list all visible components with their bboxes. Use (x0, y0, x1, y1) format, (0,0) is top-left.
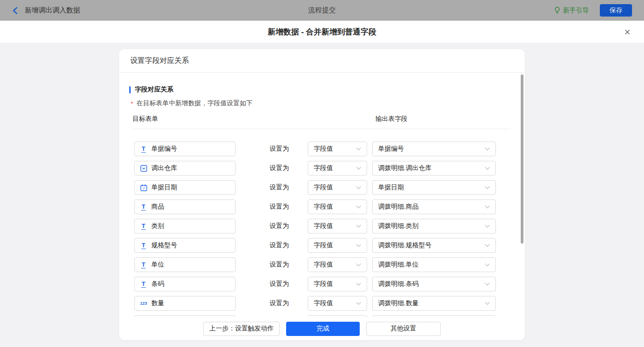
chevron-down-icon (485, 225, 490, 228)
source-field-input[interactable]: T 7 123 (134, 315, 236, 317)
field-type-icon: T 7 123 (139, 262, 148, 268)
close-icon[interactable]: ✕ (622, 27, 632, 38)
chevron-down-icon (485, 205, 490, 209)
page-title: 新增调出调入数据 (25, 6, 80, 15)
set-as-label: 设置为 (270, 203, 289, 211)
output-field-select[interactable]: 调拨明细.商品 (372, 199, 496, 214)
back-button[interactable] (12, 6, 18, 15)
chevron-down-icon (485, 148, 490, 151)
done-button[interactable]: 完成 (286, 322, 360, 336)
output-field-select[interactable]: 调拨明细.单位 (372, 257, 496, 272)
other-settings-button[interactable]: 其他设置 (366, 322, 441, 336)
output-field-select[interactable]: 单据编号 (372, 142, 496, 156)
date-field-icon: 7 (140, 184, 147, 191)
field-type-icon: T 7 123 (139, 204, 148, 210)
set-as-label: 设置为 (270, 280, 289, 288)
source-field-input[interactable]: T 7 123 类别 (134, 219, 236, 233)
method-select[interactable]: 字段值 (308, 199, 367, 214)
method-select-value: 字段值 (314, 299, 353, 307)
add-data-modal: 新增数据 - 合并新增到普通字段 ✕ 设置字段对应关系 字段对应关系 * 在目标… (0, 21, 644, 347)
field-mapping-row: T 7 123 调出仓库 设置为 字段值 调拨明细.调出仓库 (134, 161, 525, 176)
select-field-icon (140, 165, 147, 172)
chevron-down-icon (485, 167, 490, 170)
method-select[interactable]: 字段值 (308, 277, 367, 291)
output-select-value: 单据日期 (378, 183, 482, 192)
source-field-input[interactable]: T 7 123 调出仓库 (134, 161, 236, 176)
mapping-note-text: 在目标表单中新增数据，字段值设置如下 (137, 99, 253, 108)
chevron-down-icon (356, 148, 361, 151)
chevron-down-icon (356, 263, 361, 267)
chevron-down-icon (485, 283, 490, 286)
output-field-select[interactable]: 调拨明细.条码 (372, 277, 496, 291)
output-select-value: 调拨明细.单位 (378, 261, 482, 269)
set-as-label: 设置为 (270, 222, 289, 230)
field-type-icon: T 7 123 (139, 242, 148, 249)
method-select-value: 字段值 (314, 222, 353, 230)
chevron-down-icon (485, 302, 490, 305)
field-type-icon: T 7 123 (139, 301, 148, 306)
number-field-icon: 123 (140, 301, 147, 306)
method-select[interactable]: 字段值 (308, 296, 367, 311)
source-field-input[interactable]: T 7 123 单据编号 (134, 142, 236, 156)
field-mapping-row: T 7 123 单据编号 设置为 字段值 单据编号 (134, 142, 525, 156)
text-field-icon: T (141, 223, 146, 230)
output-field-select[interactable]: 单据日期 (372, 180, 496, 195)
method-select[interactable] (308, 315, 367, 317)
required-asterisk: * (131, 100, 133, 107)
output-field-select[interactable]: 调拨明细.类别 (372, 219, 496, 233)
beginner-guide-link[interactable]: 新手引导 (554, 6, 589, 15)
method-select[interactable]: 字段值 (308, 257, 367, 272)
source-field-input[interactable]: T 7 123 数量 (134, 296, 236, 311)
chevron-down-icon (485, 244, 490, 247)
field-type-icon: T 7 123 (139, 146, 148, 153)
method-select[interactable]: 字段值 (308, 180, 367, 195)
field-mapping-card: 设置字段对应关系 字段对应关系 * 在目标表单中新增数据，字段值设置如下 目标表… (119, 49, 525, 340)
center-title: 流程提交 (0, 6, 644, 15)
column-header-target-form: 目标表单 (132, 115, 158, 122)
source-field-input[interactable]: T 7 123 商品 (134, 199, 236, 214)
output-field-select[interactable] (372, 315, 496, 317)
method-select[interactable]: 字段值 (308, 142, 367, 156)
mapping-note: * 在目标表单中新增数据，字段值设置如下 (131, 99, 525, 108)
field-mapping-row: T 7 123 数量 设置为 字段值 调拨明细.数量 (134, 296, 525, 311)
field-type-icon: T 7 123 (139, 184, 148, 191)
method-select-value: 字段值 (314, 145, 353, 153)
source-field-label: 单据编号 (151, 145, 177, 153)
chevron-down-icon (485, 186, 490, 189)
source-field-input[interactable]: T 7 123 单位 (134, 257, 236, 272)
method-select-value: 字段值 (314, 241, 353, 250)
source-field-input[interactable]: T 7 123 单据日期 (134, 180, 236, 195)
source-field-input[interactable]: T 7 123 条码 (134, 277, 236, 291)
method-select[interactable]: 字段值 (308, 219, 367, 233)
output-field-select[interactable]: 调拨明细.调出仓库 (372, 161, 496, 176)
section-title-label: 字段对应关系 (135, 85, 173, 94)
vertical-scrollbar-thumb[interactable] (521, 74, 523, 244)
modal-header: 新增数据 - 合并新增到普通字段 ✕ (0, 21, 644, 43)
chevron-down-icon (356, 186, 361, 189)
output-field-select[interactable]: 调拨明细.数量 (372, 296, 496, 311)
field-mapping-row: T 7 123 规格型号 设置为 字段值 调拨明细.规格型号 (134, 238, 525, 253)
section-title: 字段对应关系 (129, 85, 525, 94)
mapping-scroll-area: 字段对应关系 * 在目标表单中新增数据，字段值设置如下 目标表单 输出表字段 T (119, 73, 525, 317)
source-field-label: 条码 (151, 280, 164, 288)
field-mapping-row: T 7 123 单据日期 设置为 字段值 单据日期 (134, 180, 525, 195)
method-select[interactable]: 字段值 (308, 238, 367, 253)
field-type-icon: T 7 123 (139, 165, 148, 172)
set-as-label: 设置为 (270, 299, 289, 307)
column-headers: 目标表单 输出表字段 (132, 115, 510, 129)
source-field-label: 调出仓库 (151, 164, 177, 172)
method-select-value: 字段值 (314, 183, 353, 192)
output-field-select[interactable]: 调拨明细.规格型号 (372, 238, 496, 253)
chevron-down-icon (356, 205, 361, 209)
output-select-value: 调拨明细.调出仓库 (378, 164, 482, 172)
field-mapping-rows: T 7 123 单据编号 设置为 字段值 单据编号 (119, 142, 525, 317)
previous-step-button[interactable]: 上一步：设置触发动作 (203, 322, 280, 336)
chevron-down-icon (356, 244, 361, 247)
topbar: 新增调出调入数据 流程提交 新手引导 保存 (0, 0, 644, 21)
method-select[interactable]: 字段值 (308, 161, 367, 176)
chevron-down-icon (356, 283, 361, 286)
set-as-label: 设置为 (270, 183, 289, 192)
save-button[interactable]: 保存 (600, 4, 632, 17)
source-field-label: 数量 (151, 299, 164, 307)
source-field-input[interactable]: T 7 123 规格型号 (134, 238, 236, 253)
